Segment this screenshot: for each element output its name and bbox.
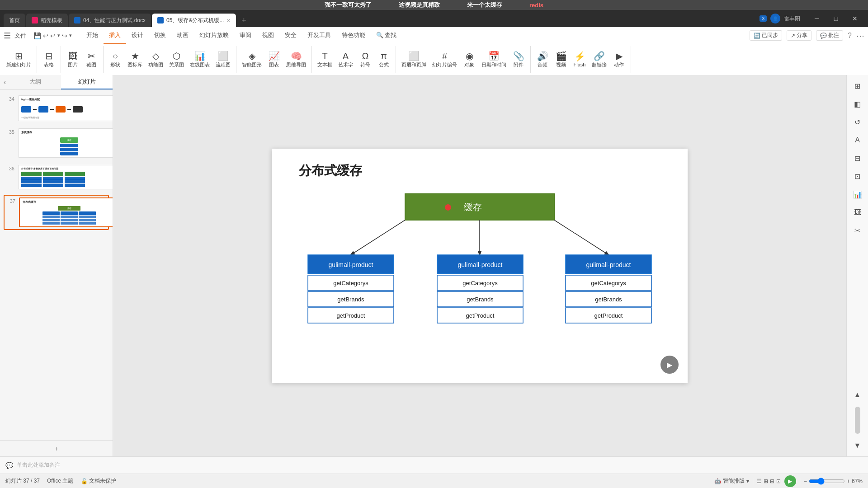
save-icon[interactable]: 💾: [33, 32, 41, 39]
textbox-button[interactable]: T 文本框: [315, 50, 335, 70]
maximize-button[interactable]: □: [826, 12, 845, 25]
slide-item-36[interactable]: 36 分布式缓存-多数据库下缓存下的问题: [4, 163, 109, 191]
right-icon-6[interactable]: ⊡: [850, 169, 865, 183]
icons-button[interactable]: ★ 图标库: [125, 50, 145, 70]
smart-button[interactable]: ◈ 智能图形: [239, 50, 264, 70]
relation-button[interactable]: ⬡ 关系图: [166, 50, 187, 70]
side-collapse-icon[interactable]: ‹: [0, 75, 9, 89]
datetime-button[interactable]: 📅 日期和时间: [479, 50, 509, 70]
audio-button[interactable]: 🔊 音频: [533, 50, 552, 70]
right-icon-2[interactable]: ◧: [850, 97, 865, 111]
screenshot-button[interactable]: ✂ 截图: [82, 50, 100, 70]
ribbon-tab-home[interactable]: 开始: [81, 27, 104, 44]
zoom-out-button[interactable]: −: [804, 478, 807, 484]
flash-button[interactable]: ⚡ Flash: [571, 51, 589, 69]
ribbon-tab-design[interactable]: 设计: [126, 27, 149, 44]
ribbon-tab-insert[interactable]: 插入: [104, 27, 126, 44]
media-control-button[interactable]: ▶: [660, 356, 679, 374]
new-tab-button[interactable]: +: [237, 14, 250, 27]
symbol-label: 符号: [360, 61, 370, 68]
tab-home[interactable]: 首页: [4, 14, 25, 27]
picture-button[interactable]: 🖼 图片: [64, 50, 82, 70]
func-button[interactable]: ◇ 功能图: [146, 50, 166, 70]
ribbon-tab-features[interactable]: 特色功能: [336, 27, 371, 44]
right-icon-7[interactable]: 📊: [850, 187, 865, 202]
slide-item-34[interactable]: 34 Nginx缓存分配: [4, 94, 109, 123]
view-split-icon[interactable]: ⊟: [770, 478, 774, 484]
slide-canvas[interactable]: 分布式缓存 缓存: [272, 149, 688, 383]
ribbon-tab-slideshow[interactable]: 幻灯片放映: [194, 27, 234, 44]
right-icon-1[interactable]: ⊞: [850, 79, 865, 93]
ribbon-tab-view[interactable]: 视图: [257, 27, 279, 44]
undo-icon[interactable]: ↩: [43, 32, 48, 39]
right-icon-8[interactable]: 🖼: [850, 205, 865, 220]
add-slide-button[interactable]: +: [0, 440, 113, 456]
hamburger-icon[interactable]: ☰: [4, 31, 11, 41]
add-slide-icon: +: [54, 445, 58, 452]
tab-template[interactable]: 稻壳模板: [26, 14, 68, 27]
view-full-icon[interactable]: ⊡: [776, 478, 781, 484]
hyperlink-button[interactable]: 🔗 超链接: [589, 50, 609, 70]
zoom-in-button[interactable]: +: [847, 478, 850, 484]
right-scroll-up[interactable]: ▲: [850, 388, 865, 402]
play-button[interactable]: ▶: [784, 475, 796, 487]
action-button[interactable]: ▶ 动作: [610, 50, 628, 70]
outline-tab[interactable]: 大纲: [9, 75, 61, 89]
ribbon-tab-review[interactable]: 审阅: [234, 27, 257, 44]
more-icon[interactable]: ⋯: [856, 31, 864, 41]
close-button[interactable]: ✕: [845, 12, 864, 25]
undo2-icon[interactable]: ↩: [50, 32, 56, 39]
online-chart-button[interactable]: 📊 在线图表: [187, 50, 212, 70]
tab-doc2-close[interactable]: ✕: [226, 18, 231, 23]
wordart-button[interactable]: A 艺术字: [335, 50, 356, 70]
help-icon[interactable]: ?: [848, 32, 852, 40]
right-icon-9[interactable]: ✂: [850, 223, 865, 238]
formula-button[interactable]: π 公式: [375, 50, 393, 70]
slide-item-35[interactable]: 35 系统缓存 缓存: [4, 127, 109, 160]
attach-button[interactable]: 📎 附件: [509, 50, 528, 70]
right-scrollbar[interactable]: [855, 407, 860, 434]
redo-dropdown[interactable]: ▾: [69, 33, 72, 38]
file-menu[interactable]: 文件: [14, 32, 26, 40]
minimize-button[interactable]: ─: [807, 12, 826, 25]
right-icon-4[interactable]: A: [850, 133, 865, 147]
right-scroll-down[interactable]: ▼: [850, 438, 865, 453]
video-button[interactable]: 🎬 视频: [552, 50, 570, 70]
object-button[interactable]: ◉ 对象: [460, 50, 478, 70]
header-button[interactable]: ⬜ 页眉和页脚: [399, 50, 429, 70]
undo-dropdown[interactable]: ▾: [57, 33, 60, 38]
rb-group-media2: 🔊 音频 🎬 视频 ⚡ Flash 🔗 超链接 ▶ 动作: [533, 46, 631, 73]
ribbon-tab-find[interactable]: 🔍 查找: [371, 27, 402, 44]
view-list-icon[interactable]: ☰: [757, 478, 762, 484]
slide-item-37[interactable]: 37 分布式缓存 缓存: [4, 195, 109, 230]
note-bar[interactable]: 💬 单击此处添加备注: [0, 456, 868, 474]
redo-icon[interactable]: ↪: [62, 32, 67, 39]
share-button[interactable]: ↗ 分享: [787, 30, 811, 41]
tab-doc1[interactable]: 04、性能与压力测试.docx: [69, 14, 151, 27]
review-button[interactable]: 💬 批注: [816, 30, 843, 41]
slides-tab[interactable]: 幻灯片: [61, 75, 113, 89]
tab-doc2[interactable]: 05、缓存&分布式机缓... ✕: [152, 14, 236, 27]
table-button[interactable]: ⊟ 表格: [40, 50, 58, 70]
view-grid-icon[interactable]: ⊞: [764, 478, 768, 484]
notification-badge[interactable]: 3: [760, 15, 767, 22]
ribbon-tab-animation[interactable]: 动画: [171, 27, 194, 44]
flow-button[interactable]: ⬜ 流程图: [213, 50, 233, 70]
right-icon-5[interactable]: ⊟: [850, 151, 865, 165]
smart-sort-button[interactable]: 🤖 智能排版 ▾: [714, 477, 749, 485]
sync-button[interactable]: 🔄 已同步: [750, 30, 782, 41]
mindmap-button[interactable]: 🧠 思维导图: [283, 50, 309, 70]
tab-home-label: 首页: [9, 17, 20, 24]
review-label: 批注: [828, 32, 839, 39]
slide-num-button[interactable]: # 幻灯片编号: [429, 50, 460, 70]
ribbon-tab-security[interactable]: 安全: [279, 27, 302, 44]
ribbon-tab-dev[interactable]: 开发工具: [302, 27, 336, 44]
new-slide-button[interactable]: ⊞ 新建幻灯片: [4, 50, 34, 70]
chart-button[interactable]: 📈 图表: [265, 50, 283, 70]
symbol-button[interactable]: Ω 符号: [356, 50, 374, 70]
shapes-button[interactable]: ○ 形状: [106, 50, 124, 70]
right-icon-3[interactable]: ↺: [850, 115, 865, 129]
zoom-slider[interactable]: [809, 478, 845, 485]
smart-icon: ◈: [249, 52, 255, 61]
ribbon-tab-transition[interactable]: 切换: [149, 27, 171, 44]
